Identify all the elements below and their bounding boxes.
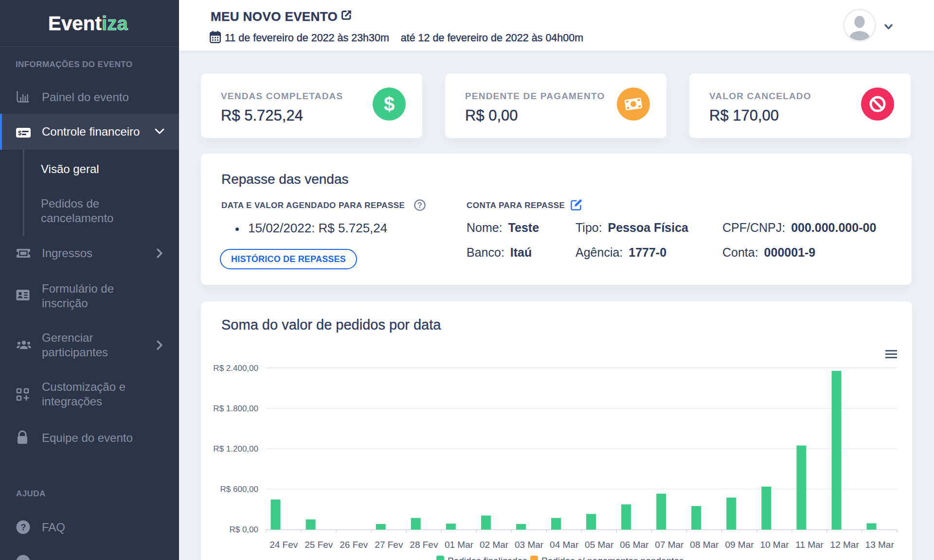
svg-text:$: $ (384, 93, 395, 115)
svg-text:?: ? (21, 523, 26, 532)
svg-text:?: ? (417, 201, 422, 210)
svg-text:$: $ (18, 129, 22, 137)
